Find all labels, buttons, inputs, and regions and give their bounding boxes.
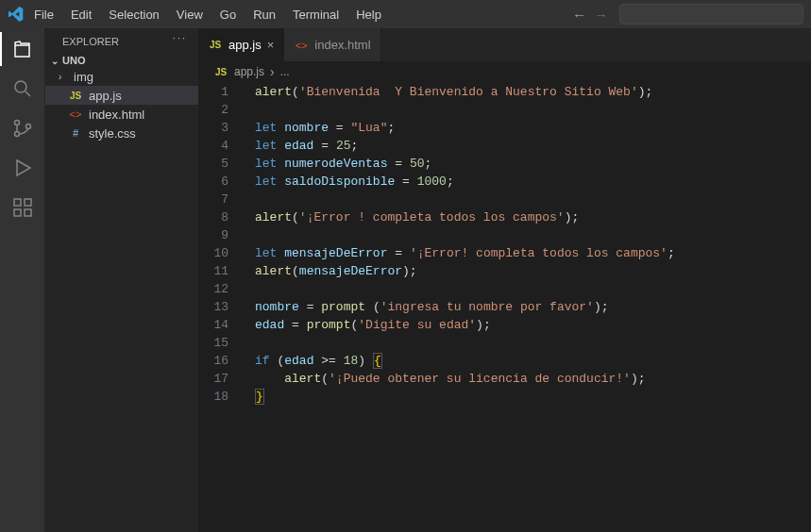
breadcrumb[interactable]: JS app.js ... bbox=[198, 61, 811, 82]
editor-area: JSapp.js×<>index.html JS app.js ... 1234… bbox=[198, 28, 811, 532]
source-control-icon[interactable] bbox=[11, 117, 34, 140]
menu-view[interactable]: View bbox=[169, 8, 211, 22]
activity-bar bbox=[0, 28, 45, 532]
chevron-right-icon: › bbox=[59, 72, 68, 82]
file-icon: <> bbox=[68, 107, 83, 122]
file-icon: # bbox=[68, 125, 83, 141]
file-icon: JS bbox=[208, 38, 223, 53]
tab-app-js[interactable]: JSapp.js× bbox=[198, 28, 284, 61]
tree-item-index-html[interactable]: <>index.html bbox=[45, 105, 198, 124]
sidebar-more-icon[interactable]: ··· bbox=[173, 32, 187, 43]
svg-rect-4 bbox=[14, 199, 21, 206]
menu-file[interactable]: File bbox=[26, 8, 61, 22]
svg-point-0 bbox=[15, 81, 26, 92]
nav-forward-icon[interactable]: → bbox=[594, 7, 608, 23]
file-js-icon: JS bbox=[213, 64, 228, 79]
svg-rect-7 bbox=[25, 199, 31, 206]
editor-tabs: JSapp.js×<>index.html bbox=[198, 28, 811, 61]
code-content[interactable]: alert('Bienvenida Y Bienvenido a Nuestro… bbox=[244, 82, 811, 532]
svg-point-1 bbox=[14, 121, 19, 125]
nav-controls: ← → bbox=[563, 7, 617, 23]
menu-edit[interactable]: Edit bbox=[63, 8, 99, 22]
menu-selection[interactable]: Selection bbox=[101, 8, 166, 22]
file-icon: <> bbox=[294, 38, 309, 53]
menu-bar: File Edit Selection View Go Run Terminal… bbox=[0, 0, 811, 28]
code-editor[interactable]: 123456789101112131415161718 alert('Bienv… bbox=[198, 82, 811, 532]
tab-index-html[interactable]: <>index.html bbox=[284, 28, 380, 61]
root-folder[interactable]: ⌄ UNO bbox=[45, 53, 198, 68]
breadcrumb-file: app.js bbox=[234, 65, 264, 78]
menu-go[interactable]: Go bbox=[212, 8, 244, 22]
sidebar: EXPLORER ··· ⌄ UNO ›imgJSapp.js<>index.h… bbox=[45, 28, 198, 532]
svg-point-2 bbox=[14, 132, 19, 137]
svg-rect-5 bbox=[14, 209, 21, 216]
file-tree: ›imgJSapp.js<>index.html#style.css bbox=[45, 68, 198, 142]
extensions-icon[interactable] bbox=[11, 196, 34, 219]
command-center-input[interactable] bbox=[619, 4, 803, 25]
menu-help[interactable]: Help bbox=[348, 8, 389, 22]
tree-item-app-js[interactable]: JSapp.js bbox=[45, 86, 198, 105]
breadcrumb-more: ... bbox=[280, 65, 290, 78]
file-icon: JS bbox=[68, 88, 83, 103]
explorer-title: EXPLORER bbox=[62, 36, 119, 47]
line-numbers: 123456789101112131415161718 bbox=[198, 82, 244, 532]
menu-run[interactable]: Run bbox=[245, 8, 283, 22]
tree-item-img[interactable]: ›img bbox=[45, 68, 198, 86]
tree-item-style-css[interactable]: #style.css bbox=[45, 124, 198, 142]
vscode-logo-icon bbox=[8, 7, 25, 22]
svg-rect-6 bbox=[25, 209, 31, 216]
explorer-icon[interactable] bbox=[11, 38, 34, 60]
chevron-right-icon bbox=[270, 64, 275, 79]
nav-back-icon[interactable]: ← bbox=[572, 7, 586, 23]
search-icon[interactable] bbox=[11, 77, 34, 100]
run-debug-icon[interactable] bbox=[11, 157, 34, 179]
menu-terminal[interactable]: Terminal bbox=[285, 8, 346, 22]
close-icon[interactable]: × bbox=[267, 38, 275, 52]
svg-point-3 bbox=[25, 125, 30, 129]
